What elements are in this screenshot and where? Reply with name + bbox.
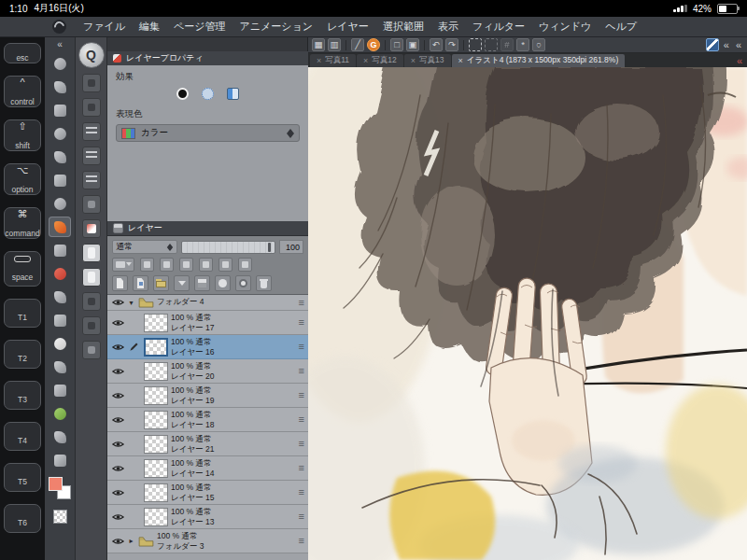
gradient-tool[interactable]: [49, 403, 71, 424]
menu-item[interactable]: ファイル: [83, 20, 125, 34]
collapse-tools-icon[interactable]: «: [57, 39, 63, 50]
menu-item[interactable]: 選択範囲: [383, 20, 424, 34]
visibility-eye-icon[interactable]: [111, 391, 124, 400]
visibility-eye-icon[interactable]: [111, 537, 124, 546]
create-mask-icon[interactable]: [215, 275, 231, 291]
drag-handle-icon[interactable]: ≡: [299, 536, 304, 546]
layer-thumbnail[interactable]: [144, 508, 168, 526]
lock-layer-icon[interactable]: [160, 258, 174, 272]
layer-thumbnail[interactable]: [144, 411, 168, 429]
drag-handle-icon[interactable]: ≡: [299, 342, 304, 352]
shortcut-key-t4[interactable]: T4: [4, 422, 41, 451]
deselect-icon[interactable]: [485, 38, 498, 51]
subtool-dark-2[interactable]: [82, 316, 101, 335]
subtool-slider-1[interactable]: [82, 122, 101, 141]
menu-item[interactable]: 編集: [139, 20, 160, 34]
shortcut-key-command[interactable]: ⌘command: [4, 207, 41, 239]
layer-row[interactable]: 100 % 通常レイヤー 21≡: [107, 432, 308, 456]
stepper-icon[interactable]: [167, 243, 173, 252]
new-raster-layer-icon[interactable]: [112, 275, 128, 291]
drag-handle-icon[interactable]: ≡: [299, 298, 304, 308]
visibility-eye-icon[interactable]: [111, 512, 124, 522]
new-folder-icon[interactable]: [153, 275, 169, 291]
delete-layer-icon[interactable]: [256, 275, 272, 291]
shortcut-key-space[interactable]: space: [4, 251, 41, 287]
menu-item[interactable]: アニメーション: [240, 20, 314, 34]
eraser-tool[interactable]: [49, 333, 71, 354]
subtool-page-1[interactable]: [82, 244, 101, 262]
opacity-slider[interactable]: [181, 241, 275, 254]
new-canvas-icon[interactable]: □: [390, 38, 403, 51]
menu-item[interactable]: レイヤー: [327, 20, 369, 34]
undo-icon[interactable]: ↶: [430, 38, 443, 51]
menu-item[interactable]: ページ管理: [174, 20, 226, 34]
shortcut-key-option[interactable]: ⌥option: [4, 163, 41, 195]
shortcut-key-shift[interactable]: ⇧shift: [4, 119, 41, 151]
subtool-stamp[interactable]: [82, 195, 101, 214]
shortcut-key-t1[interactable]: T1: [4, 299, 41, 328]
border-effect-icon[interactable]: [176, 88, 189, 100]
drag-handle-icon[interactable]: ≡: [299, 317, 304, 328]
subtool-marker-red[interactable]: [82, 219, 101, 238]
subtool-eraser[interactable]: [82, 341, 101, 359]
layer-row[interactable]: 100 % 通常レイヤー 16≡: [107, 335, 308, 359]
shortcut-key-esc[interactable]: esc: [4, 43, 41, 63]
layer-panel-title-bar[interactable]: レイヤー: [107, 221, 308, 236]
collapse-arrow-icon[interactable]: ▾: [127, 299, 135, 307]
workspace-layout-icon[interactable]: ▦: [312, 38, 325, 51]
visibility-eye-icon[interactable]: [111, 318, 124, 328]
layer-thumbnail[interactable]: [144, 338, 168, 357]
drag-handle-icon[interactable]: ≡: [299, 487, 304, 497]
crop-icon[interactable]: #: [500, 38, 514, 51]
palette-combo-icon[interactable]: [112, 258, 134, 272]
blend-mode-select[interactable]: 通常: [112, 240, 177, 254]
zoom-tool[interactable]: [49, 53, 71, 74]
subtool-brush-1[interactable]: [82, 74, 101, 92]
tab-collapse-icon[interactable]: «: [737, 55, 742, 66]
clip-at-layer-icon[interactable]: [140, 258, 154, 272]
layer-thumbnail[interactable]: [144, 435, 168, 454]
merge-to-lower-icon[interactable]: [194, 275, 210, 291]
apply-mask-icon[interactable]: [235, 275, 251, 291]
expand-arrow-icon[interactable]: ▸: [127, 537, 135, 545]
canvas-tab[interactable]: ×写真13: [404, 54, 451, 67]
transparent-color-swatch[interactable]: [53, 510, 67, 524]
selection-tool[interactable]: [49, 147, 71, 167]
layer-row[interactable]: 100 % 通常レイヤー 15≡: [107, 481, 308, 505]
shortcut-key-t3[interactable]: T3: [4, 381, 41, 410]
auto-select-tool[interactable]: [49, 170, 71, 190]
save-icon[interactable]: ▣: [406, 38, 419, 51]
subtool-slider-2[interactable]: [82, 147, 101, 165]
layer-folder-row[interactable]: ▸100 % 通常フォルダー 3≡: [107, 529, 308, 553]
airbrush-tool[interactable]: [49, 287, 71, 307]
layer-move-tool[interactable]: [49, 123, 71, 144]
tab-close-icon[interactable]: ×: [317, 56, 321, 65]
current-subtool-icon[interactable]: Q: [78, 42, 105, 68]
subtool-slider-3[interactable]: [82, 171, 101, 189]
operation-tool[interactable]: [49, 100, 71, 120]
new-vector-layer-icon[interactable]: [133, 275, 148, 291]
pen-settings-icon[interactable]: ╱: [351, 38, 364, 51]
drag-handle-icon[interactable]: ≡: [299, 439, 304, 449]
layer-thumbnail[interactable]: [144, 362, 168, 381]
drag-handle-icon[interactable]: ≡: [299, 414, 304, 425]
canvas-tab[interactable]: ×イラスト4 (1873 x 1500px 350dpi 261.8%): [452, 54, 626, 67]
pen-tool[interactable]: [49, 217, 71, 237]
tone-effect-icon[interactable]: [202, 88, 214, 100]
layer-row[interactable]: 100 % 通常レイヤー 17≡: [107, 311, 308, 335]
tab-close-icon[interactable]: ×: [411, 56, 416, 65]
visibility-eye-icon[interactable]: [111, 298, 124, 307]
expression-color-select[interactable]: カラー: [116, 124, 300, 142]
zoom-icon[interactable]: ○: [532, 38, 545, 51]
visibility-eye-icon[interactable]: [111, 488, 124, 497]
move-tool[interactable]: [49, 77, 71, 97]
layer-row[interactable]: 100 % 通常レイヤー 19≡: [107, 384, 308, 408]
drag-handle-icon[interactable]: ≡: [299, 390, 304, 400]
shortcut-key-t5[interactable]: T5: [4, 463, 41, 492]
visibility-eye-icon[interactable]: [111, 440, 124, 449]
canvas-tab[interactable]: ×写真11: [310, 54, 356, 67]
brush-tool[interactable]: [49, 263, 71, 284]
blend-tool[interactable]: [49, 357, 71, 377]
clip-studio-logo-icon[interactable]: G: [367, 38, 380, 51]
tab-close-icon[interactable]: ×: [458, 56, 463, 65]
